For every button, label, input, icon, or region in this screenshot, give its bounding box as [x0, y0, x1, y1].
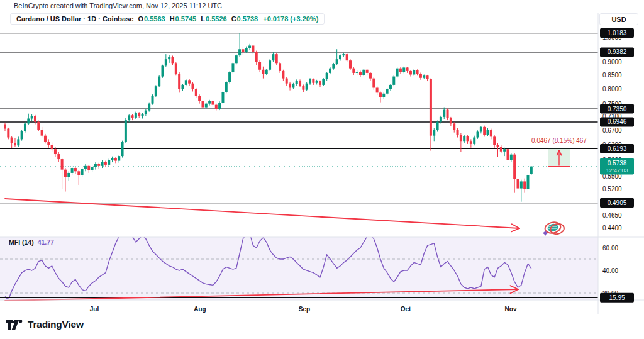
candle-body	[349, 60, 352, 68]
candle-body	[27, 118, 30, 123]
candle-body	[128, 115, 130, 120]
candle-body	[108, 160, 110, 165]
time-axis-month-label: Sep	[299, 306, 310, 313]
candle-body	[346, 54, 348, 60]
candle-body	[352, 69, 355, 73]
candle-body	[158, 77, 160, 87]
candle-body	[289, 84, 291, 88]
candle-body	[231, 63, 234, 72]
candle-body	[376, 87, 379, 92]
candle-body	[205, 104, 208, 108]
symbol-legend[interactable]: Cardano / US Dollar · 1D · Coinbase O0.5…	[10, 13, 325, 25]
chart-canvas[interactable]: 0.0467 (8.15%) 4671.00000.90000.85000.80…	[0, 0, 644, 339]
time-axis-month-label: Aug	[194, 306, 206, 313]
candle-body	[248, 45, 251, 48]
candle-body	[332, 64, 335, 69]
mfi-value: 41.77	[38, 238, 54, 246]
tradingview-logo[interactable]: TradingView	[6, 319, 84, 330]
candle-body	[359, 72, 362, 75]
candle-body	[175, 63, 177, 74]
candle-body	[185, 80, 187, 85]
candle-body	[252, 45, 254, 52]
mfi-indicator-label[interactable]: MFI (14)41.77	[9, 238, 54, 246]
candle-body	[191, 84, 194, 89]
candle-body	[41, 130, 43, 135]
price-tick-label: 0.5200	[602, 186, 622, 192]
candle-body	[235, 55, 238, 63]
candle-body	[402, 67, 405, 72]
candle-body	[255, 52, 258, 62]
candle-body	[286, 79, 288, 84]
candle-body	[238, 49, 241, 55]
candle-body	[11, 138, 13, 143]
price-level-badge-text: 0.4905	[608, 199, 627, 206]
price-tick-label: 0.4400	[602, 225, 622, 231]
candle-body	[37, 122, 40, 130]
candle-body	[67, 173, 70, 177]
candle-body	[138, 113, 140, 116]
candle-body	[372, 79, 375, 88]
candle-body	[135, 113, 137, 118]
candle-body	[447, 110, 449, 118]
candle-body	[121, 142, 124, 156]
candle-body	[208, 101, 211, 104]
currency-axis-label[interactable]: USD	[599, 13, 638, 25]
candle-body	[57, 154, 60, 159]
candle-body	[114, 158, 117, 160]
candle-body	[51, 145, 53, 149]
current-price-badge-value: 0.5738	[608, 160, 627, 167]
candle-body	[342, 54, 345, 55]
arrowhead-line[interactable]	[511, 228, 519, 231]
ohlc-close: C0.5738	[231, 15, 258, 23]
candle-body	[483, 127, 486, 135]
candle-body	[392, 77, 395, 85]
candle-body	[296, 81, 298, 84]
sticker-part	[542, 230, 548, 236]
candle-body	[71, 168, 74, 173]
candle-body	[520, 181, 523, 188]
price-tick-label: 0.8500	[602, 72, 622, 79]
candle-body	[292, 84, 294, 88]
candle-body	[221, 92, 224, 103]
candle-body	[356, 72, 358, 73]
candle-body	[118, 156, 120, 160]
candle-body	[17, 139, 19, 145]
candle-body	[319, 81, 321, 85]
candle-body	[433, 130, 435, 135]
time-axis-month-label: Oct	[401, 306, 411, 313]
candle-body	[413, 70, 415, 75]
candle-body	[362, 70, 365, 75]
candle-body	[181, 85, 184, 89]
candle-body	[336, 59, 338, 64]
candle-body	[142, 114, 144, 116]
candle-body	[507, 149, 509, 160]
candle-body	[306, 84, 308, 90]
candle-body	[84, 166, 87, 169]
candle-body	[457, 130, 459, 135]
tradingview-mark-icon	[6, 319, 23, 330]
candle-body	[299, 81, 301, 86]
candle-body	[369, 73, 372, 79]
candle-body	[366, 70, 369, 73]
candle-body	[111, 158, 114, 160]
time-axis-month-label: Nov	[505, 306, 517, 313]
candle-body	[500, 147, 502, 152]
candle-body	[493, 136, 496, 145]
candle-body	[44, 136, 47, 142]
candle-body	[329, 69, 331, 73]
candle-body	[275, 54, 278, 63]
price-tick-label: 0.4650	[602, 212, 622, 219]
candle-body	[47, 142, 50, 145]
candle-body	[131, 115, 134, 118]
candle-body	[168, 57, 170, 59]
symbol-title: Cardano / US Dollar · 1D · Coinbase	[16, 15, 133, 23]
candle-body	[460, 135, 462, 141]
candle-body	[382, 94, 385, 97]
candle-body	[497, 145, 499, 147]
candle-body	[188, 80, 191, 83]
candle-body	[463, 136, 465, 141]
candle-body	[279, 63, 281, 71]
candle-body	[396, 69, 399, 77]
candle-body	[526, 175, 529, 189]
bar-countdown: 12:47:03	[606, 167, 628, 174]
